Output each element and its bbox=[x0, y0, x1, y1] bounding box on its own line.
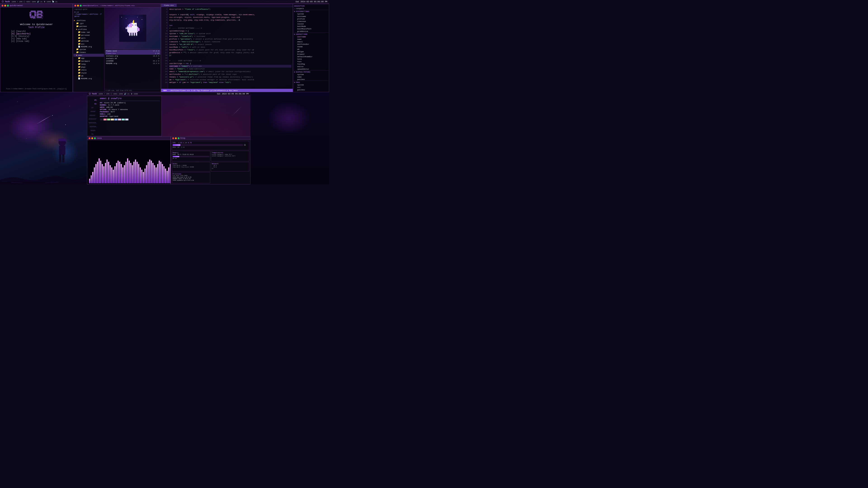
tree-pkgs-src[interactable]: src bbox=[293, 86, 329, 89]
fm-dir-homelab[interactable]: 📁home lab bbox=[73, 31, 104, 34]
fm-dir-patches[interactable]: 📁patches bbox=[73, 25, 104, 28]
tree-term[interactable]: term bbox=[293, 58, 329, 60]
tree-np-name[interactable]: name bbox=[293, 76, 329, 78]
btop-mem-pct: 0% 0% bbox=[173, 158, 209, 159]
btop-min[interactable] bbox=[175, 137, 177, 139]
fm-dir-git[interactable]: 📁.git bbox=[73, 22, 104, 25]
swatch-5 bbox=[118, 119, 121, 121]
tree-dotfilesdir[interactable]: dotfilesDir bbox=[293, 43, 329, 45]
fm-dir-system[interactable]: 📁system bbox=[73, 48, 104, 51]
viz-max[interactable] bbox=[94, 137, 96, 139]
tree-pkgs-patches[interactable]: patches bbox=[293, 89, 329, 91]
tree-fontpkg[interactable]: fontPkg bbox=[293, 63, 329, 65]
viz-bar-10 bbox=[105, 163, 106, 183]
fm-file-flakenix[interactable]: flake.nix2.2K bbox=[105, 52, 160, 55]
fm-file-license[interactable]: LICENSE34.2 K bbox=[105, 60, 160, 62]
minimize-dot[interactable] bbox=[4, 5, 6, 6]
browser-menu-history[interactable]: [S h] [History] bbox=[6, 35, 66, 37]
tree-pkgs-system[interactable]: system bbox=[293, 84, 329, 86]
btop-titlebar: btop bbox=[171, 136, 250, 140]
neofetch-key-uptime: UPTIME: bbox=[100, 108, 107, 110]
browser-menu-search[interactable]: [o] [Search] bbox=[6, 30, 66, 33]
tree-wmtype[interactable]: wmType bbox=[293, 51, 329, 53]
btop-close[interactable] bbox=[172, 137, 174, 139]
tree-np-system[interactable]: system bbox=[293, 73, 329, 76]
fm-file-flakelock[interactable]: flake.lock27.5 K bbox=[105, 50, 160, 52]
fm-max[interactable] bbox=[80, 5, 82, 6]
fm-dir-lang[interactable]: 📁lang bbox=[73, 63, 104, 66]
tree-outputs[interactable]: ▸ outputs bbox=[293, 7, 329, 10]
browser-menu-quickmarks[interactable]: [b] [Quickmarks] bbox=[6, 33, 66, 35]
close-dot[interactable] bbox=[2, 5, 3, 6]
tree-editor[interactable]: editor bbox=[293, 65, 329, 68]
fm-dir-pkgs[interactable]: 📁pkgs bbox=[73, 66, 104, 68]
fm-dir-wsl[interactable]: 📁wsl bbox=[73, 42, 104, 45]
neofetch-val-kernel: 6.7.7-zen1 bbox=[108, 104, 119, 106]
viz-bar-33 bbox=[141, 170, 143, 183]
star-2 bbox=[52, 115, 53, 116]
cosmic-scene bbox=[0, 92, 87, 184]
tree-profile[interactable]: profile bbox=[293, 18, 329, 20]
viz-min[interactable] bbox=[91, 137, 93, 139]
fm-dir-profiles[interactable]: ▶profiles bbox=[73, 28, 104, 31]
tree-browser[interactable]: browser bbox=[293, 53, 329, 55]
tree-theme[interactable]: theme bbox=[293, 45, 329, 48]
fm-dir-wm[interactable]: 📁wm bbox=[73, 74, 104, 77]
tree-wm[interactable]: wm bbox=[293, 48, 329, 51]
tree-timezone[interactable]: timezone bbox=[293, 20, 329, 23]
tree-system[interactable]: system bbox=[293, 13, 329, 15]
fm-sidebar: rapidash-galar $ cd ~/home/emmet/.dotfil… bbox=[73, 7, 105, 92]
tree-np-patches[interactable]: patches bbox=[293, 78, 329, 80]
maximize-dot[interactable] bbox=[7, 5, 9, 6]
btop-max[interactable] bbox=[178, 137, 180, 139]
tree-grubdevice[interactable]: grubDevice bbox=[293, 30, 329, 33]
fm-dir-style[interactable]: 📁style bbox=[73, 71, 104, 74]
fm-dir-personal[interactable]: 📁personal bbox=[73, 34, 104, 37]
svg-rect-23 bbox=[125, 27, 127, 29]
fm-min[interactable] bbox=[77, 5, 79, 6]
fm-dir-work[interactable]: 📁work bbox=[73, 37, 104, 39]
svg-rect-3 bbox=[142, 19, 142, 20]
tree-email[interactable]: email bbox=[293, 40, 329, 43]
tree-locale[interactable]: locale bbox=[293, 23, 329, 25]
viz-close[interactable] bbox=[89, 137, 90, 139]
tree-bootmountpath[interactable]: bootMountPath bbox=[293, 28, 329, 30]
editor-file-path: .dotfiles/flake.nix 3:10 Top Producer.p/… bbox=[169, 90, 238, 92]
fm-dir-themes[interactable]: 📁themes bbox=[73, 51, 104, 54]
editor-code-area[interactable]: description = "Flake of LibrePhoenix"; o… bbox=[168, 7, 293, 89]
editor-mode-indicator: NOR bbox=[162, 90, 167, 92]
btop-cpu-avg: AVG: 13 bbox=[173, 147, 179, 148]
swatch-2 bbox=[107, 119, 110, 121]
tree-name[interactable]: name bbox=[293, 38, 329, 40]
fm-close[interactable] bbox=[74, 5, 76, 6]
fm-readme-user[interactable]: 📄README.org bbox=[73, 77, 104, 80]
viz-bar-39 bbox=[151, 161, 152, 183]
fm-dir-worklab[interactable]: 📁worklab bbox=[73, 39, 104, 42]
fm-file-installorg[interactable]: install.org10.6 K bbox=[105, 55, 160, 57]
tree-bootmode[interactable]: bootMode bbox=[293, 25, 329, 28]
fm-dir-readme-profiles[interactable]: 📄README.org bbox=[73, 45, 104, 48]
btop-disk-2: /dev/dm-0 /nix/store 504GB bbox=[173, 166, 209, 168]
tree-font[interactable]: font bbox=[293, 60, 329, 63]
tree-defaultroamdir[interactable]: defaultRoamDir bbox=[293, 55, 329, 58]
neofetch-user-host: emmet @ snowfire bbox=[100, 97, 160, 100]
tree-username[interactable]: username bbox=[293, 35, 329, 38]
fm-dir-user[interactable]: ▶user bbox=[73, 54, 104, 57]
fm-file-installsh[interactable]: install.sh0 bbox=[105, 57, 160, 60]
browser-menu-newtab[interactable]: [t] [New tab] bbox=[6, 38, 66, 40]
neofetch-logo: WE| OS: // ///// ////// //////// \\\\\\\… bbox=[89, 97, 97, 135]
viz-bar-17 bbox=[116, 163, 117, 183]
browser-menu-closetab[interactable]: [x] [Close tab] bbox=[6, 40, 66, 42]
neofetch-val-packages: 3577 bbox=[111, 111, 115, 113]
fm-dir-dotfiles[interactable]: ▶.dotfiles bbox=[73, 19, 104, 22]
fm-file-readme[interactable]: README.org13.4 K bbox=[105, 62, 160, 65]
neofetch-row-uptime: UPTIME: 21 hours 7 minutes bbox=[100, 108, 160, 110]
tree-spawneditor[interactable]: spawnEditor bbox=[293, 68, 329, 70]
cosmic-nebula bbox=[266, 101, 311, 135]
tree-hostname[interactable]: hostname bbox=[293, 15, 329, 18]
fm-dir-app[interactable]: 📁app bbox=[73, 57, 104, 60]
viz-bar-49 bbox=[166, 171, 168, 183]
editor-tab-flakenix[interactable]: flake.nix bbox=[161, 4, 177, 7]
fm-dir-hardware[interactable]: 📁hardware bbox=[73, 60, 104, 63]
fm-dir-shell[interactable]: 📁shell bbox=[73, 68, 104, 71]
